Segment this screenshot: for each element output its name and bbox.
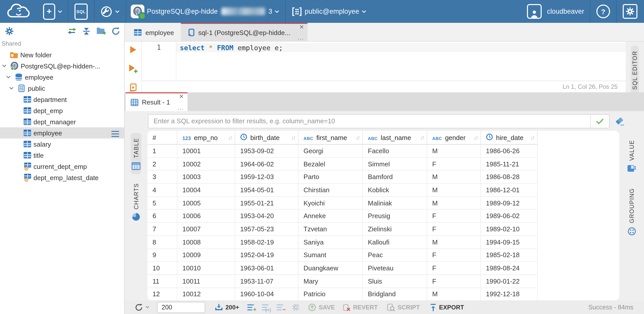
fetch-more-button[interactable]: 200+ — [215, 303, 239, 311]
row-number-header[interactable]: # — [147, 131, 177, 144]
cell[interactable]: F — [427, 262, 481, 274]
add-row-button[interactable]: + — [247, 304, 255, 311]
sort-arrows-icon[interactable]: ↓↑ — [228, 134, 232, 141]
cell[interactable]: Parto — [298, 171, 363, 183]
code-area[interactable]: select * FROM employee e; — [176, 42, 626, 81]
column-header-emp_no[interactable]: 123emp_no↓↑ — [177, 131, 235, 144]
help-button[interactable]: ? — [596, 5, 610, 18]
cell[interactable]: Anneke — [298, 210, 363, 222]
sort-arrows-icon[interactable]: ↓↑ — [420, 134, 424, 141]
save-button[interactable]: SAVE — [308, 303, 335, 311]
tree-item-salary[interactable]: salary — [0, 138, 124, 150]
cell[interactable]: M — [427, 197, 481, 209]
sort-arrows-icon[interactable]: ↓↑ — [531, 134, 534, 141]
row-number[interactable]: 11 — [147, 275, 177, 287]
cell[interactable]: F — [427, 158, 481, 170]
cell[interactable]: 1963-06-01 — [235, 262, 298, 274]
tab-employee[interactable]: employee — [127, 23, 181, 41]
add-folder-icon[interactable] — [96, 27, 106, 35]
tab-result-1[interactable]: Result - 1 ✕ ... — [126, 92, 187, 111]
row-number[interactable]: 1 — [147, 145, 177, 157]
row-number[interactable]: 7 — [147, 223, 177, 235]
more-icon[interactable]: ... — [178, 105, 184, 111]
row-number[interactable]: 8 — [147, 236, 177, 248]
column-header-hire_date[interactable]: hire_date↓↑ — [481, 131, 538, 144]
driver-manager-button[interactable] — [100, 5, 120, 18]
column-header-birth_date[interactable]: birth_date↓↑ — [235, 131, 298, 144]
cell[interactable]: Zielinski — [363, 223, 427, 235]
cell[interactable]: 10002 — [177, 158, 235, 170]
cell[interactable]: 10007 — [177, 223, 235, 235]
cell[interactable]: Piveteau — [363, 262, 427, 274]
cell[interactable]: 1986-08-28 — [481, 171, 538, 183]
row-number[interactable]: 9 — [147, 249, 177, 261]
chevron-down-icon[interactable] — [2, 64, 7, 67]
cell[interactable]: F — [427, 223, 481, 235]
cell[interactable]: 1989-06-02 — [481, 210, 538, 222]
row-number[interactable]: 6 — [147, 210, 177, 222]
cell[interactable]: 10009 — [177, 249, 235, 261]
schema-selector[interactable]: public@employee — [292, 7, 366, 16]
row-number[interactable]: 2 — [147, 158, 177, 170]
refresh-icon[interactable] — [111, 27, 120, 35]
cell[interactable]: M — [427, 145, 481, 157]
tree-item-current_dept_emp[interactable]: current_dept_emp — [0, 161, 124, 172]
tree-item-department[interactable]: department — [0, 94, 124, 105]
cell[interactable]: 1992-12-18 — [481, 288, 538, 300]
cell[interactable]: 1957-05-23 — [235, 223, 298, 235]
cell[interactable]: 1990-01-22 — [481, 275, 538, 287]
apply-filter-button[interactable] — [590, 114, 609, 128]
tree-item-postgresql-ep-hidden-[interactable]: PostgreSQL@ep-hidden-... — [0, 60, 124, 72]
execute-new-tab-icon[interactable] — [128, 64, 138, 75]
tab-grouping[interactable]: GROUPING — [627, 183, 637, 239]
column-header-first_name[interactable]: ABCfirst_name↓↑ — [298, 131, 363, 144]
cell[interactable]: 1989-09-12 — [481, 197, 538, 209]
tab-charts[interactable]: CHARTS — [131, 178, 141, 225]
refresh-results-button[interactable] — [135, 303, 149, 311]
cell[interactable]: M — [427, 184, 481, 196]
row-number[interactable]: 10 — [147, 262, 177, 274]
cell[interactable]: Koblick — [363, 184, 427, 196]
sidebar-settings-gear-icon[interactable] — [5, 27, 14, 35]
row-number[interactable]: 3 — [147, 171, 177, 183]
cell[interactable]: 1955-01-21 — [235, 197, 298, 209]
cell[interactable]: 1952-04-19 — [235, 249, 298, 261]
cell[interactable]: Sumant — [298, 249, 363, 261]
cell[interactable]: Georgi — [298, 145, 363, 157]
cell[interactable]: 1989-02-10 — [481, 223, 538, 235]
cell[interactable]: Patricio — [298, 288, 363, 300]
row-limit-input[interactable] — [157, 302, 205, 313]
cell[interactable]: F — [427, 210, 481, 222]
cell[interactable]: 10003 — [177, 171, 235, 183]
cell[interactable]: Tzvetan — [298, 223, 363, 235]
cell[interactable]: 1989-08-24 — [481, 262, 538, 274]
cell[interactable]: 10008 — [177, 236, 235, 248]
sort-arrows-icon[interactable]: ↓↑ — [474, 134, 477, 141]
chevron-down-icon[interactable] — [6, 76, 11, 79]
user-menu[interactable]: cloudbeaver — [527, 4, 584, 19]
tree-item-employee[interactable]: employee — [0, 127, 124, 138]
collapse-all-icon[interactable] — [82, 27, 91, 35]
cell[interactable]: Sluis — [363, 275, 427, 287]
more-icon[interactable]: ... — [298, 35, 304, 41]
tree-item-dept_emp_latest_date[interactable]: dept_emp_latest_date — [0, 172, 124, 183]
cell[interactable]: Duangkaew — [298, 262, 363, 274]
execute-icon[interactable] — [129, 46, 137, 56]
cell[interactable]: Kalloufi — [363, 236, 427, 248]
close-icon[interactable]: ✕ — [299, 24, 304, 30]
cell[interactable]: F — [427, 275, 481, 287]
sort-arrows-icon[interactable]: ↓↑ — [291, 134, 295, 141]
cloudbeaver-logo-icon[interactable] — [6, 3, 31, 20]
tab-sql-1[interactable]: sql-1 (PostgreSQL@ep-hidde... ✕ ... — [181, 23, 308, 41]
column-header-last_name[interactable]: ABClast_name↓↑ — [363, 131, 427, 144]
revert-button[interactable]: REVERT — [343, 303, 378, 311]
cell[interactable]: 10006 — [177, 210, 235, 222]
cell[interactable]: 1986-06-26 — [481, 145, 538, 157]
row-number[interactable]: 5 — [147, 197, 177, 209]
cell[interactable]: 10004 — [177, 184, 235, 196]
tree-item-title[interactable]: title — [0, 150, 124, 161]
close-icon[interactable]: ✕ — [179, 94, 184, 99]
filter-input[interactable] — [148, 114, 590, 128]
cell[interactable]: Facello — [363, 145, 427, 157]
cell[interactable]: 1985-11-21 — [481, 158, 538, 170]
